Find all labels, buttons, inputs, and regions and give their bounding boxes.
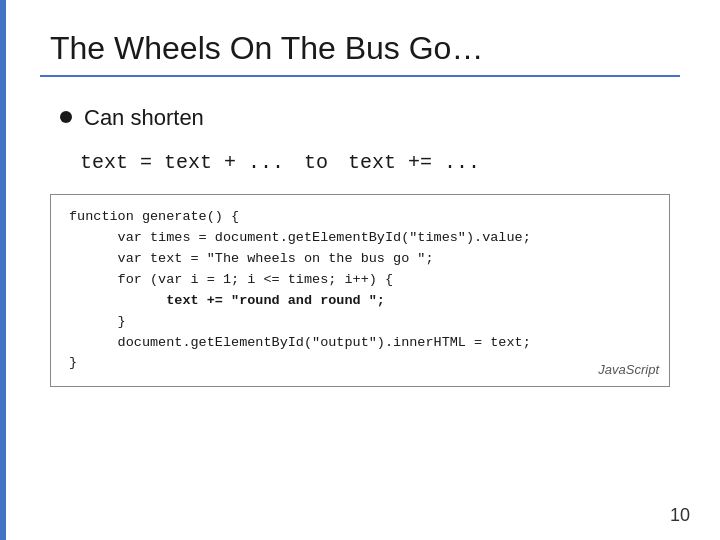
code-middle-to: to	[304, 151, 328, 174]
code-left-expression: text = text + ...	[80, 151, 284, 174]
bullet-section: Can shorten	[40, 105, 680, 131]
code-right-expression: text += ...	[348, 151, 480, 174]
code-line-6: }	[69, 312, 651, 333]
code-line-8: }	[69, 353, 651, 374]
slide: The Wheels On The Bus Go… Can shorten te…	[0, 0, 720, 540]
left-border-decoration	[0, 0, 6, 540]
code-block: function generate() { var times = docume…	[50, 194, 670, 387]
code-line-3: var text = "The wheels on the bus go ";	[69, 249, 651, 270]
code-shorthand-line: text = text + ... to text += ...	[80, 151, 680, 174]
bullet-dot-icon	[60, 111, 72, 123]
page-number: 10	[670, 505, 690, 526]
javascript-label: JavaScript	[598, 360, 659, 380]
code-line-4: for (var i = 1; i <= times; i++) {	[69, 270, 651, 291]
bullet-item: Can shorten	[60, 105, 680, 131]
code-line-1: function generate() {	[69, 207, 651, 228]
code-line-5-bold: text += "round and round ";	[69, 291, 651, 312]
code-line-7: document.getElementById("output").innerH…	[69, 333, 651, 354]
code-line-2: var times = document.getElementById("tim…	[69, 228, 651, 249]
slide-title: The Wheels On The Bus Go…	[40, 30, 680, 77]
bullet-text: Can shorten	[84, 105, 204, 131]
